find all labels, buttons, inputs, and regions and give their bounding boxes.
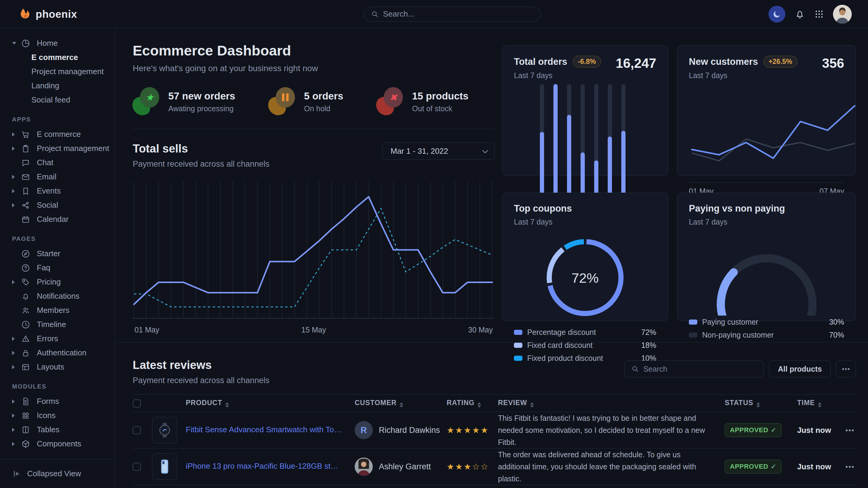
status-badge: APPROVED✓ (725, 423, 781, 437)
new-orders-star-icon: ★ (133, 87, 160, 116)
sidebar: Home E commerce Project management Landi… (0, 28, 115, 488)
sidebar-item-members[interactable]: Members (0, 303, 115, 317)
sidebar-item-chat[interactable]: Chat (0, 156, 115, 170)
sidebar-item-project-management-app[interactable]: Project management (0, 141, 115, 156)
sidebar-item-authentication[interactable]: Authentication (0, 346, 115, 360)
column-time: TIME (797, 395, 842, 412)
sidebar-item-social-feed-page[interactable]: Social feed (0, 93, 115, 107)
customer-avatar (355, 458, 373, 476)
total-orders-value: 16,247 (616, 56, 656, 71)
sidebar-item-calendar[interactable]: Calendar (0, 212, 115, 226)
product-thumbnail[interactable] (152, 453, 177, 480)
quick-stats: ★ 57 new orders Awating processing 5 ord… (133, 87, 495, 129)
top-coupons-card: Top coupons Last 7 days 72% Percentage d… (502, 193, 668, 321)
customer-name: Ashley Garrett (379, 462, 431, 471)
brand-logo[interactable]: phoenix (9, 7, 77, 21)
sort-icon[interactable] (818, 402, 822, 408)
sidebar-item-notifications[interactable]: Notifications (0, 289, 115, 303)
sidebar-item-forms[interactable]: Forms (0, 394, 115, 409)
apps-grid-button[interactable] (814, 9, 824, 19)
avatar-image (833, 5, 852, 24)
file-text-icon (21, 397, 30, 406)
new-customers-value: 356 (822, 56, 844, 71)
legend-swatch (514, 330, 522, 335)
sidebar-item-faq[interactable]: Faq (0, 261, 115, 275)
search-icon (631, 365, 639, 373)
customer-avatar: R (355, 421, 373, 439)
sidebar-item-project-management-page[interactable]: Project management (0, 65, 115, 79)
product-link[interactable]: iPhone 13 pro max-Pacific Blue-128GB sto… (186, 461, 343, 471)
row-checkbox[interactable] (133, 426, 141, 434)
table-header-row: PRODUCT CUSTOMER RATING REVIEW STATUS TI… (133, 395, 856, 412)
row-actions-button[interactable]: ⋯ (842, 425, 856, 435)
sidebar-item-icons[interactable]: Icons (0, 409, 115, 423)
paying-vs-non-paying-card: Paying vs non paying Last 7 days Paying … (677, 193, 856, 321)
sidebar-item-starter[interactable]: Starter (0, 247, 115, 261)
new-customers-badge: +26.5% (763, 56, 798, 67)
box-icon (21, 440, 30, 449)
sort-icon[interactable] (530, 402, 534, 408)
sidebar-item-timeline[interactable]: Timeline (0, 317, 115, 331)
all-products-button[interactable]: All products (769, 360, 831, 378)
product-link[interactable]: Fitbit Sense Advanced Smartwatch with To… (186, 425, 343, 434)
sidebar-item-ecommerce-page[interactable]: E commerce (0, 50, 115, 65)
legend-swatch (689, 320, 697, 325)
calendar-icon (21, 215, 30, 224)
user-avatar[interactable] (833, 5, 852, 24)
row-actions-button[interactable]: ⋯ (842, 461, 856, 472)
reviews-search-input[interactable] (643, 365, 757, 373)
sidebar-item-errors[interactable]: Errors (0, 331, 115, 346)
date-range-select[interactable]: Mar 1 - 31, 2022 (382, 142, 495, 160)
page-title: Ecommerce Dashboard (133, 42, 495, 59)
sort-icon[interactable] (400, 402, 403, 408)
rating-stars: ★★★☆☆ (447, 462, 489, 471)
global-search (364, 7, 541, 22)
sidebar-item-home[interactable]: Home (0, 36, 115, 50)
review-text: The order was delivered ahead of schedul… (498, 449, 725, 485)
table-row: iPhone 13 pro max-Pacific Blue-128GB sto… (133, 449, 856, 485)
notifications-button[interactable] (795, 9, 805, 20)
sidebar-item-email[interactable]: Email (0, 170, 115, 184)
clock-icon (21, 320, 30, 329)
collapsed-view-toggle[interactable]: Collapsed View (0, 459, 115, 488)
column-rating: RATING (447, 395, 498, 412)
tag-icon (21, 278, 30, 287)
total-sells-chart (133, 180, 495, 323)
row-checkbox[interactable] (133, 463, 141, 471)
sidebar-item-components[interactable]: Components (0, 437, 115, 451)
sidebar-item-layouts[interactable]: Layouts (0, 360, 115, 374)
dark-mode-toggle[interactable] (769, 6, 785, 23)
sidebar-item-pricing[interactable]: Pricing (0, 275, 115, 289)
sort-icon[interactable] (477, 402, 481, 408)
dashboard-top: Ecommerce Dashboard Here's what's going … (115, 28, 868, 334)
sidebar-item-landing-page[interactable]: Landing (0, 79, 115, 93)
column-product: PRODUCT (186, 395, 355, 412)
kpi-cards-grid: Total orders -6.8% Last 7 days 16,247 Co… (502, 45, 856, 334)
review-text: This Fitbit is fantastic! I was trying t… (498, 412, 725, 448)
table-row: Fitbit Sense Advanced Smartwatch with To… (133, 412, 856, 449)
table-row (133, 485, 856, 488)
app-root: phoenix (0, 0, 868, 488)
sidebar-item-events[interactable]: Events (0, 184, 115, 198)
lock-icon (21, 349, 30, 357)
sidebar-item-ecommerce-app[interactable]: E commerce (0, 127, 115, 141)
sort-icon[interactable] (225, 402, 229, 408)
caret-right-icon (12, 175, 21, 179)
question-circle-icon (21, 263, 30, 272)
latest-reviews-subtitle: Payment received across all channels (133, 376, 269, 385)
sidebar-item-social[interactable]: Social (0, 198, 115, 212)
on-hold-pause-icon (269, 87, 296, 116)
product-thumbnail[interactable] (152, 417, 177, 444)
envelope-icon (21, 172, 30, 182)
bookmark-icon (21, 187, 30, 196)
global-search-input[interactable] (383, 9, 533, 19)
top-navbar: phoenix (0, 0, 868, 28)
sort-icon[interactable] (756, 402, 760, 408)
select-all-checkbox[interactable] (133, 399, 141, 408)
smartwatch-image (156, 422, 173, 438)
reviews-more-button[interactable]: ⋯ (836, 360, 856, 378)
stat-new-orders: ★ 57 new orders Awating processing (133, 87, 235, 116)
review-time: Just now (797, 462, 831, 471)
main-content: Ecommerce Dashboard Here's what's going … (115, 28, 868, 488)
sidebar-item-tables[interactable]: Tables (0, 423, 115, 437)
